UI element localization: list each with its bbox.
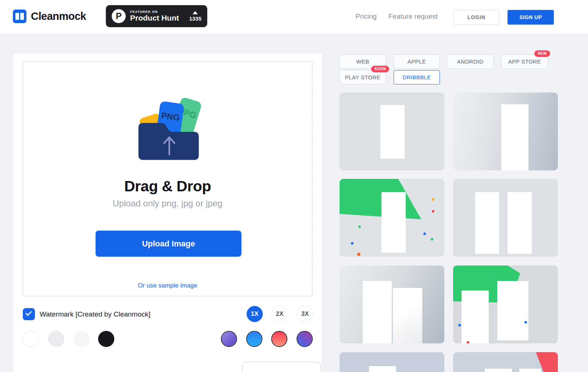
check-icon: [25, 310, 32, 316]
bg-swatch-lightgray[interactable]: [48, 331, 64, 347]
bg-swatch-purple-gradient[interactable]: [221, 331, 237, 347]
template-card[interactable]: [340, 266, 444, 343]
featured-on-label: FEATURED ON: [130, 10, 185, 14]
template-card[interactable]: [340, 93, 444, 170]
upvote-count: 1335: [189, 15, 201, 22]
template-card[interactable]: [453, 352, 558, 372]
new-badge: NEW: [534, 50, 550, 57]
template-card[interactable]: [453, 266, 558, 343]
dropzone-subtitle: Upload only png, jpg or jpeg: [23, 198, 312, 209]
tab-app-store[interactable]: APP STORE NEW: [501, 54, 548, 69]
template-card[interactable]: [453, 179, 558, 257]
bottom-partial-button[interactable]: [242, 362, 321, 372]
template-card[interactable]: [453, 93, 558, 170]
product-hunt-logo-icon: P: [112, 9, 126, 23]
bg-swatch-black[interactable]: [98, 331, 114, 347]
upvote-icon: [193, 11, 198, 14]
header: Cleanmock P FEATURED ON Product Hunt 133…: [0, 0, 588, 34]
soon-badge: SOON: [371, 66, 389, 72]
scale-3x-button[interactable]: 3X: [297, 306, 313, 322]
upload-image-button[interactable]: Upload Image: [96, 231, 241, 257]
upload-folder-illustration: JPG PNG: [132, 93, 204, 165]
bg-swatch-blue-gradient[interactable]: [246, 331, 262, 347]
bg-swatch-red-gradient[interactable]: [271, 331, 287, 347]
tab-dribbble[interactable]: DRIBBBLE: [394, 70, 440, 84]
template-card[interactable]: [340, 352, 444, 372]
bg-swatch-white[interactable]: [23, 331, 39, 347]
signup-button[interactable]: SIGN UP: [508, 10, 554, 25]
nav-link-feature-request[interactable]: Feature request: [388, 12, 438, 21]
watermark-checkbox[interactable]: [23, 308, 35, 320]
bg-swatch-violet-gradient[interactable]: [297, 331, 313, 347]
dropzone-title: Drag & Drop: [23, 178, 312, 195]
brand-logo[interactable]: Cleanmock: [13, 10, 86, 23]
product-hunt-title: Product Hunt: [130, 14, 185, 22]
use-sample-image-link[interactable]: Or use sample image: [23, 282, 312, 289]
template-card[interactable]: [340, 179, 444, 257]
login-button[interactable]: LOGIN: [453, 10, 500, 25]
bg-swatch-offwhite[interactable]: [74, 331, 90, 347]
tab-play-store[interactable]: PLAY STORE SOON: [340, 70, 386, 84]
tab-android[interactable]: ANDROID: [447, 54, 494, 69]
editor-panel: JPG PNG Drag & Drop Upload only png, jpg…: [13, 54, 322, 372]
scale-1x-button[interactable]: 1X: [247, 306, 263, 322]
upload-dropzone[interactable]: JPG PNG Drag & Drop Upload only png, jpg…: [23, 61, 312, 296]
scale-2x-button[interactable]: 2X: [272, 306, 288, 322]
brand-name: Cleanmock: [31, 10, 86, 22]
tab-apple[interactable]: APPLE: [394, 54, 440, 69]
product-hunt-badge[interactable]: P FEATURED ON Product Hunt 1335: [106, 5, 207, 27]
nav-link-pricing[interactable]: Pricing: [355, 12, 377, 21]
cleanmock-logo-icon: [13, 10, 26, 23]
watermark-label: Watermark [Created by Cleanmock]: [40, 310, 150, 318]
